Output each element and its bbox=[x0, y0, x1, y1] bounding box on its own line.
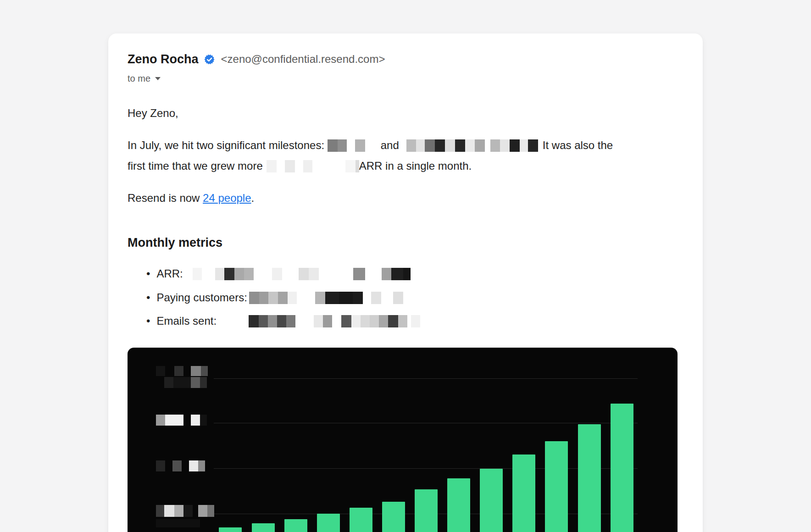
sender-row: Zeno Rocha <zeno@confidential.resend.com… bbox=[128, 50, 385, 68]
metric-item-arr: • ARR: bbox=[146, 266, 411, 281]
bullet-icon: • bbox=[146, 267, 150, 280]
email-card: Zeno Rocha <zeno@confidential.resend.com… bbox=[108, 33, 703, 532]
verified-badge-icon bbox=[204, 54, 215, 65]
chart-bar bbox=[284, 519, 307, 532]
body-text: first time that we grew more bbox=[128, 160, 263, 172]
chart-bar bbox=[219, 527, 242, 532]
paragraph-line-1: In July, we hit two significant mileston… bbox=[128, 138, 613, 153]
metric-item-emails-sent: • Emails sent: bbox=[146, 314, 420, 328]
redacted-axis-label bbox=[156, 505, 214, 517]
sender-name: Zeno Rocha bbox=[128, 52, 199, 66]
chart-gridline bbox=[214, 378, 638, 379]
redacted-text-block bbox=[406, 139, 538, 152]
redacted-text-block bbox=[188, 268, 411, 280]
body-text: . bbox=[251, 192, 255, 205]
chart-gridline bbox=[214, 468, 638, 469]
metric-label: ARR: bbox=[156, 267, 183, 280]
body-text: and bbox=[381, 139, 399, 152]
redacted-text-block bbox=[263, 160, 359, 172]
redacted-text-block bbox=[247, 292, 403, 304]
metrics-heading: Monthly metrics bbox=[128, 235, 222, 250]
chart-bar bbox=[611, 404, 633, 532]
chart-bar bbox=[480, 469, 503, 532]
chart-bar bbox=[512, 454, 535, 532]
chart-bar bbox=[252, 523, 275, 532]
chart-bar bbox=[578, 424, 601, 532]
redacted-text-block bbox=[217, 315, 420, 327]
chart-bar bbox=[382, 502, 405, 532]
greeting-text: Hey Zeno, bbox=[128, 106, 178, 121]
metric-item-paying-customers: • Paying customers: bbox=[146, 290, 403, 305]
chart-bar bbox=[317, 514, 340, 532]
metric-label: Paying customers: bbox=[156, 291, 247, 304]
redacted-text-block bbox=[328, 139, 365, 152]
sender-address: <zeno@confidential.resend.com> bbox=[221, 53, 385, 66]
chevron-down-icon[interactable] bbox=[155, 77, 161, 80]
paragraph-line-2: first time that we grew more ARR in a si… bbox=[128, 159, 472, 173]
redacted-axis-label bbox=[156, 519, 200, 527]
metric-label: Emails sent: bbox=[156, 315, 217, 327]
paragraph-2: Resend is now 24 people. bbox=[128, 191, 254, 205]
body-text: It was also the bbox=[543, 139, 613, 152]
chart-bar bbox=[350, 508, 372, 532]
chart-bar bbox=[447, 478, 470, 532]
redacted-axis-label bbox=[164, 377, 207, 388]
bullet-icon: • bbox=[146, 291, 150, 304]
chart-bar bbox=[545, 441, 568, 532]
body-text: In July, we hit two significant mileston… bbox=[128, 139, 328, 152]
bullet-icon: • bbox=[146, 315, 150, 327]
recipient-label: to me bbox=[128, 73, 150, 84]
bar-chart-panel bbox=[128, 348, 678, 532]
body-text: Resend is now bbox=[128, 192, 203, 205]
people-count-link[interactable]: 24 people bbox=[203, 192, 251, 205]
chart-gridline bbox=[214, 423, 638, 423]
recipient-row[interactable]: to me bbox=[128, 72, 161, 85]
chart-bar bbox=[415, 489, 438, 532]
redacted-axis-label bbox=[156, 460, 205, 471]
redacted-axis-label bbox=[156, 366, 208, 376]
body-text: ARR in a single month. bbox=[359, 160, 472, 172]
redacted-axis-label bbox=[156, 415, 207, 426]
